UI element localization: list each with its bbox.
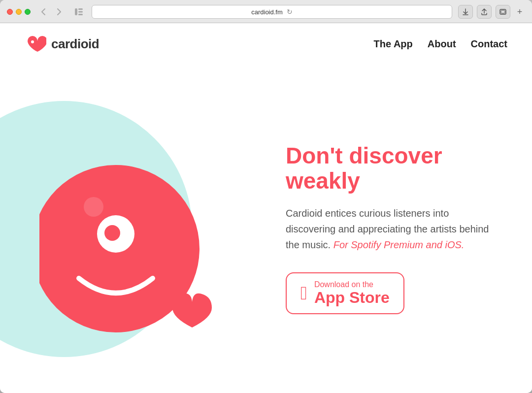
- maximize-button[interactable]: [25, 9, 31, 15]
- sidebar-button[interactable]: [72, 5, 86, 19]
- app-store-button[interactable]:  Download on the App Store: [286, 272, 404, 314]
- new-tab-button[interactable]: +: [514, 6, 525, 17]
- apple-icon: : [300, 284, 307, 302]
- forward-button[interactable]: [52, 5, 66, 19]
- reload-icon[interactable]: ↻: [287, 8, 293, 16]
- svg-rect-1: [78, 8, 83, 10]
- download-button[interactable]: [458, 5, 473, 19]
- svg-rect-0: [75, 8, 77, 15]
- page-content: cardioid The App About Contact: [0, 23, 532, 393]
- url-text: cardioid.fm: [251, 8, 283, 16]
- traffic-lights: [7, 9, 31, 15]
- app-store-text: Download on the App Store: [314, 280, 390, 306]
- mascot-illustration: [39, 121, 227, 337]
- mascot-container: [0, 65, 266, 393]
- tab-overview-button[interactable]: [496, 5, 510, 19]
- svg-rect-2: [78, 11, 83, 13]
- minimize-button[interactable]: [16, 9, 22, 15]
- back-button[interactable]: [36, 5, 50, 19]
- description: Cardioid entices curious listeners into …: [286, 205, 498, 253]
- nav-the-app[interactable]: The App: [374, 38, 413, 50]
- nav-contact[interactable]: Contact: [471, 38, 507, 50]
- browser-actions: +: [458, 5, 525, 19]
- hero-section: Don't discover weakly Cardioid entices c…: [0, 65, 532, 393]
- share-button[interactable]: [477, 5, 492, 19]
- browser-window: cardioid.fm ↻ +: [0, 0, 532, 393]
- logo[interactable]: cardioid: [25, 33, 99, 55]
- svg-point-10: [84, 197, 103, 217]
- browser-chrome: cardioid.fm ↻ +: [0, 0, 532, 23]
- logo-icon: [25, 33, 46, 55]
- logo-text: cardioid: [51, 36, 99, 52]
- nav-about[interactable]: About: [428, 38, 456, 50]
- content-area: Don't discover weakly Cardioid entices c…: [266, 65, 527, 393]
- description-italic: For Spotify Premium and iOS.: [333, 239, 465, 250]
- nav-links: The App About Contact: [374, 38, 507, 50]
- svg-rect-5: [501, 10, 505, 13]
- svg-point-6: [31, 40, 34, 43]
- svg-rect-3: [78, 14, 83, 15]
- nav-arrows: [36, 5, 66, 19]
- download-label: Download on the: [314, 280, 390, 289]
- close-button[interactable]: [7, 9, 13, 15]
- headline: Don't discover weakly: [286, 143, 498, 193]
- address-bar[interactable]: cardioid.fm ↻: [92, 5, 452, 19]
- navbar: cardioid The App About Contact: [0, 23, 532, 65]
- svg-point-9: [104, 225, 120, 241]
- store-label: App Store: [314, 289, 390, 306]
